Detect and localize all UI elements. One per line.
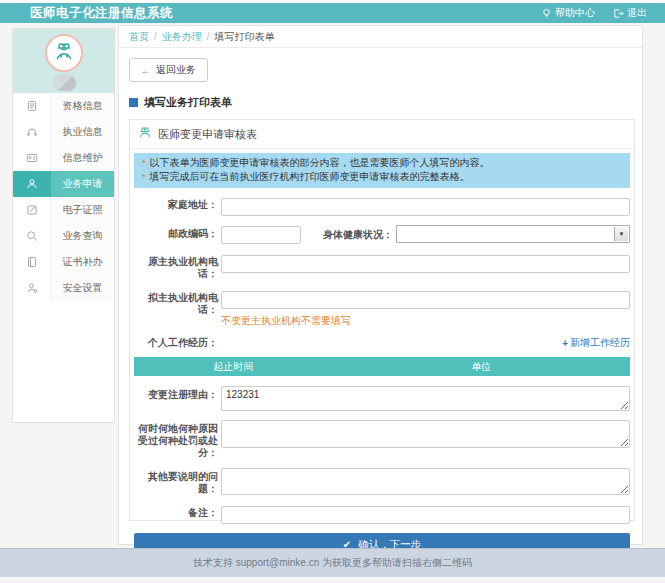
sidebar-item-certificate-reissue[interactable]: 证书补办 xyxy=(13,249,114,275)
original-org-phone-input[interactable] xyxy=(221,255,630,273)
help-center-label: 帮助中心 xyxy=(555,6,595,20)
remarks-row: 备注： xyxy=(130,504,630,524)
work-experience-row: 个人工作经历： + 新增工作经历 xyxy=(130,336,630,350)
sidebar-item-label: 业务查询 xyxy=(51,223,114,249)
form-title: 医师变更申请审核表 xyxy=(158,127,257,142)
info-line: *填写完成后可在当前执业医疗机构打印医师变更申请审核表的完整表格。 xyxy=(142,170,622,184)
help-center-button[interactable]: 帮助中心 xyxy=(541,6,595,20)
user-setting-icon xyxy=(13,275,51,301)
sidebar-item-label: 电子证照 xyxy=(51,197,114,223)
logout-icon xyxy=(613,8,624,19)
main-panel: 首页 / 业务办理 / 填写打印表单 ← 返回业务 填写业务打印表单 医师变更申… xyxy=(118,25,643,545)
health-status-label: 身体健康状况： xyxy=(301,225,393,242)
sidebar-item-label: 信息维护 xyxy=(51,145,114,171)
avatar-placeholder xyxy=(53,74,76,91)
postal-code-label: 邮政编码： xyxy=(130,225,218,240)
home-address-row: 家庭地址： xyxy=(130,196,630,216)
sidebar-item-electronic-certificate[interactable]: 电子证照 xyxy=(13,197,114,223)
sidebar-item-label: 资格信息 xyxy=(51,93,114,119)
certificate-icon xyxy=(13,197,51,223)
breadcrumb-separator: / xyxy=(154,31,157,42)
bullet-asterisk-icon: * xyxy=(142,172,146,182)
breadcrumb-business[interactable]: 业务办理 xyxy=(162,30,202,44)
no-change-hint: 不变更主执业机构不需要填写 xyxy=(221,314,634,328)
idcard-icon xyxy=(13,145,51,171)
app-header: 医师电子化注册信息系统 帮助中心 退出 xyxy=(0,3,665,23)
lightbulb-icon xyxy=(541,8,552,19)
punishment-row: 何时何地何种原因受过何种处罚或处分： xyxy=(130,420,630,459)
sidebar: 资格信息 执业信息 信息维护 业务申请 电子证照 xyxy=(12,28,115,423)
app-title: 医师电子化注册信息系统 xyxy=(30,5,173,22)
page-title: 填写业务打印表单 xyxy=(129,95,642,110)
footer: 技术支持 support@minke.cn 为获取更多帮助请扫描右侧二维码 xyxy=(0,548,665,577)
other-issues-textarea[interactable] xyxy=(221,468,630,495)
back-to-business-button[interactable]: ← 返回业务 xyxy=(129,58,208,82)
headset-icon xyxy=(13,119,51,145)
sidebar-item-practice-info[interactable]: 执业信息 xyxy=(13,119,114,145)
avatar[interactable] xyxy=(45,34,83,72)
health-status-select[interactable]: ▼ xyxy=(396,225,630,243)
info-box: *以下表单为医师变更申请审核表的部分内容，也是需要医师个人填写的内容。 *填写完… xyxy=(134,153,630,188)
back-button-label: 返回业务 xyxy=(156,63,196,77)
change-reason-row: 变更注册理由： 123231 xyxy=(130,386,630,411)
plus-icon: + xyxy=(562,338,568,349)
remarks-input[interactable] xyxy=(221,506,630,524)
postal-health-row: 邮政编码： 身体健康状况： ▼ xyxy=(130,225,630,245)
breadcrumb-current: 填写打印表单 xyxy=(215,30,275,44)
punishment-label: 何时何地何种原因受过何种处罚或处分： xyxy=(130,420,218,459)
sidebar-item-info-maintenance[interactable]: 信息维护 xyxy=(13,145,114,171)
sidebar-item-label: 安全设置 xyxy=(51,275,114,301)
work-experience-label: 个人工作经历： xyxy=(130,337,218,349)
work-experience-table: 起止时间 单位 xyxy=(134,357,630,376)
doctor-cap-icon xyxy=(138,125,152,143)
original-org-phone-row: 原主执业机构电话： xyxy=(130,253,630,280)
proposed-org-phone-input[interactable] xyxy=(221,291,630,309)
chevron-down-icon: ▼ xyxy=(614,227,628,241)
doctor-icon xyxy=(52,39,76,67)
column-header-unit: 单位 xyxy=(332,357,630,376)
sidebar-item-business-query[interactable]: 业务查询 xyxy=(13,223,114,249)
logout-button[interactable]: 退出 xyxy=(613,6,647,20)
user-icon xyxy=(13,171,51,197)
original-org-phone-label: 原主执业机构电话： xyxy=(130,253,218,280)
remarks-label: 备注： xyxy=(130,504,218,519)
home-address-label: 家庭地址： xyxy=(130,196,218,211)
home-address-input[interactable] xyxy=(221,198,630,216)
breadcrumb: 首页 / 业务办理 / 填写打印表单 xyxy=(119,26,642,48)
other-issues-label: 其他要说明的问题： xyxy=(130,468,218,495)
search-icon xyxy=(13,223,51,249)
sidebar-item-security-settings[interactable]: 安全设置 xyxy=(13,275,114,301)
change-reason-label: 变更注册理由： xyxy=(130,386,218,401)
add-work-experience-link[interactable]: + 新增工作经历 xyxy=(562,336,630,350)
section-marker xyxy=(129,98,138,107)
form-fields: 家庭地址： 邮政编码： 身体健康状况： ▼ 原主执业机构电话： 拟主执业机构电话… xyxy=(130,188,634,557)
sidebar-menu: 资格信息 执业信息 信息维护 业务申请 电子证照 xyxy=(13,93,114,301)
sidebar-item-label: 业务申请 xyxy=(51,171,114,197)
proposed-org-phone-row: 拟主执业机构电话： xyxy=(130,289,630,316)
file-icon xyxy=(13,93,51,119)
logout-label: 退出 xyxy=(627,6,647,20)
sidebar-item-label: 执业信息 xyxy=(51,119,114,145)
notebook-icon xyxy=(13,249,51,275)
bullet-asterisk-icon: * xyxy=(142,158,146,168)
sidebar-item-qualification-info[interactable]: 资格信息 xyxy=(13,93,114,119)
form-title-row: 医师变更申请审核表 xyxy=(130,120,634,149)
sidebar-item-label: 证书补办 xyxy=(51,249,114,275)
footer-text: 技术支持 support@minke.cn 为获取更多帮助请扫描右侧二维码 xyxy=(193,556,472,570)
punishment-textarea[interactable] xyxy=(221,420,630,448)
other-issues-row: 其他要说明的问题： xyxy=(130,468,630,495)
breadcrumb-home[interactable]: 首页 xyxy=(129,30,149,44)
sidebar-item-business-application[interactable]: 业务申请 xyxy=(13,171,114,197)
breadcrumb-separator: / xyxy=(207,31,210,42)
user-avatar-block xyxy=(13,29,114,93)
info-line: *以下表单为医师变更申请审核表的部分内容，也是需要医师个人填写的内容。 xyxy=(142,156,622,170)
change-reason-textarea[interactable]: 123231 xyxy=(221,386,630,411)
postal-code-input[interactable] xyxy=(221,226,301,244)
proposed-org-phone-label: 拟主执业机构电话： xyxy=(130,289,218,316)
left-arrow-icon: ← xyxy=(141,65,151,76)
audit-form-panel: 医师变更申请审核表 *以下表单为医师变更申请审核表的部分内容，也是需要医师个人填… xyxy=(129,119,635,521)
column-header-period: 起止时间 xyxy=(134,357,332,376)
